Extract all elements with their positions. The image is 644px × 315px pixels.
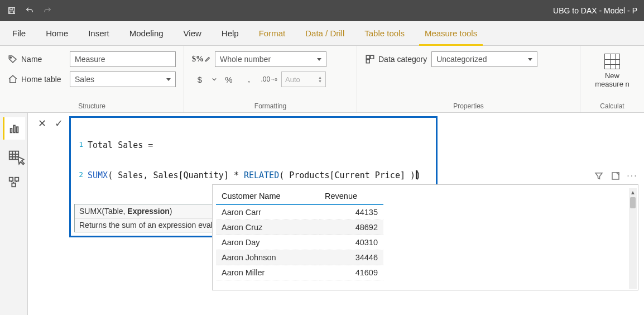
tab-measure-tools[interactable]: Measure tools	[415, 21, 487, 45]
table-cell: Aaron Day	[216, 235, 319, 250]
report-view-button[interactable]	[3, 117, 25, 140]
svg-rect-8	[13, 126, 15, 133]
bar-chart-icon	[8, 122, 21, 135]
table-cell: Aaron Cruz	[216, 220, 319, 235]
pointer-icon	[14, 155, 26, 168]
currency-button[interactable]: $	[192, 71, 208, 87]
tab-help[interactable]: Help	[212, 21, 249, 45]
name-input[interactable]: Measure	[70, 51, 176, 67]
group-formatting: $% Whole number $ % , .00→0 Auto ▲▼ Form…	[184, 46, 357, 112]
data-view-button[interactable]	[3, 144, 25, 166]
table-cell: Aaron Miller	[216, 265, 319, 280]
table-cell: 44135	[319, 204, 383, 220]
column-header[interactable]: Customer Name	[216, 188, 319, 204]
decimal-button[interactable]: .00→0	[261, 71, 277, 87]
svg-rect-2	[10, 11, 14, 14]
view-sidebar	[0, 113, 28, 315]
group-label-properties: Properties	[357, 100, 580, 110]
more-options-icon[interactable]: ···	[627, 171, 637, 181]
percent-button[interactable]: %	[221, 71, 237, 87]
group-properties: Data category Uncategorized Properties	[357, 46, 580, 112]
table-row[interactable]: Aaron Johnson34446	[216, 250, 383, 265]
home-icon	[8, 74, 18, 84]
measure-icon	[604, 54, 620, 69]
table-cell: 41609	[319, 265, 383, 280]
thousands-button[interactable]: ,	[241, 71, 257, 87]
model-icon	[8, 176, 20, 188]
column-header[interactable]: Revenue	[319, 188, 383, 204]
chevron-down-icon[interactable]	[212, 77, 217, 82]
data-category-dropdown[interactable]: Uncategorized	[431, 51, 537, 67]
home-table-dropdown[interactable]: Sales	[70, 71, 176, 87]
window-title: UBG to DAX - Model - P	[553, 6, 637, 15]
tab-insert[interactable]: Insert	[78, 21, 119, 45]
table-row[interactable]: Aaron Cruz48692	[216, 220, 383, 235]
table-visual[interactable]: Customer NameRevenue Aaron Carr44135Aaro…	[212, 184, 638, 290]
quick-access-toolbar	[7, 6, 52, 16]
table-cell: 40310	[319, 235, 383, 250]
svg-rect-6	[366, 60, 369, 63]
scroll-up-icon[interactable]: ▲	[629, 188, 637, 196]
tag-icon	[8, 54, 18, 64]
undo-icon[interactable]	[25, 6, 35, 16]
table-row[interactable]: Aaron Carr44135	[216, 204, 383, 220]
cancel-formula-button[interactable]: ✕	[36, 117, 48, 130]
redo-icon[interactable]	[42, 6, 52, 16]
svg-rect-14	[612, 173, 619, 179]
svg-rect-4	[366, 55, 369, 59]
report-canvas: ✕ ✓ 1Total Sales = 2SUMX( Sales, Sales[Q…	[28, 113, 644, 315]
svg-rect-5	[371, 55, 374, 59]
titlebar: UBG to DAX - Model - P	[0, 0, 644, 21]
home-table-label: Home table	[8, 74, 61, 84]
pencil-icon	[205, 56, 210, 62]
category-icon	[365, 54, 375, 64]
svg-rect-12	[15, 178, 18, 181]
tab-table-tools[interactable]: Table tools	[354, 21, 415, 45]
ribbon-tabs: FileHomeInsertModelingViewHelpFormatData…	[0, 21, 644, 46]
commit-formula-button[interactable]: ✓	[52, 117, 65, 130]
tab-home[interactable]: Home	[36, 21, 78, 45]
svg-rect-7	[11, 128, 12, 132]
group-label-formatting: Formatting	[184, 100, 357, 110]
visual-area: ··· Customer NameRevenue Aaron Carr44135…	[212, 174, 638, 315]
tab-file[interactable]: File	[0, 21, 36, 45]
table-cell: 48692	[319, 220, 383, 235]
model-view-button[interactable]	[3, 171, 25, 193]
svg-rect-13	[12, 183, 15, 187]
svg-rect-9	[17, 127, 18, 132]
data-category-label: Data category	[365, 54, 427, 64]
format-dropdown[interactable]: Whole number	[215, 51, 326, 67]
tab-data-drill[interactable]: Data / Drill	[295, 21, 354, 45]
group-calculations: New measure n Calculat	[580, 46, 644, 112]
table-row[interactable]: Aaron Miller41609	[216, 265, 383, 280]
group-structure: Name Measure Home table Sales Structure	[0, 46, 184, 112]
auto-decimal-input[interactable]: Auto ▲▼	[281, 71, 326, 87]
main-area: ✕ ✓ 1Total Sales = 2SUMX( Sales, Sales[Q…	[0, 113, 644, 315]
scroll-thumb[interactable]	[630, 197, 636, 208]
tab-view[interactable]: View	[174, 21, 212, 45]
new-measure-button[interactable]: New measure n	[588, 51, 636, 90]
tab-modeling[interactable]: Modeling	[119, 21, 174, 45]
data-table: Customer NameRevenue Aaron Carr44135Aaro…	[216, 188, 383, 280]
group-label-structure: Structure	[0, 100, 184, 110]
focus-icon[interactable]	[611, 171, 621, 181]
save-icon[interactable]	[7, 6, 17, 16]
ribbon-body: Name Measure Home table Sales Structure	[0, 46, 644, 113]
group-label-calculations: Calculat	[580, 100, 644, 110]
tab-format[interactable]: Format	[249, 21, 296, 45]
format-icon-label: $%	[192, 55, 210, 64]
svg-rect-1	[10, 8, 13, 9]
svg-rect-11	[9, 178, 12, 181]
table-cell: Aaron Carr	[216, 204, 319, 220]
table-cell: 34446	[319, 250, 383, 265]
name-label: Name	[8, 54, 42, 64]
table-row[interactable]: Aaron Day40310	[216, 235, 383, 250]
scrollbar[interactable]: ▲	[629, 188, 637, 289]
filter-icon[interactable]	[594, 171, 604, 181]
svg-point-3	[10, 57, 11, 58]
table-cell: Aaron Johnson	[216, 250, 319, 265]
